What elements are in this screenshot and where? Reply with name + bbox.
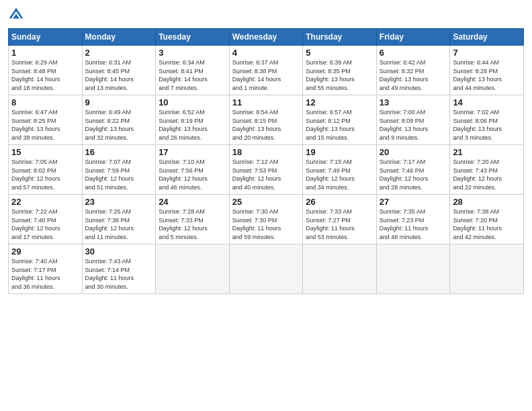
day-number: 26 [306,197,373,207]
calendar-day: 10Sunrise: 6:52 AM Sunset: 8:19 PM Dayli… [156,95,230,145]
day-info: Sunrise: 7:35 AM Sunset: 7:23 PM Dayligh… [380,208,447,241]
day-number: 16 [85,147,153,157]
day-number: 27 [380,197,447,207]
day-info: Sunrise: 6:34 AM Sunset: 8:41 PM Dayligh… [159,58,226,92]
calendar-day: 8Sunrise: 6:47 AM Sunset: 8:25 PM Daylig… [9,95,83,145]
day-number: 14 [453,97,521,107]
day-info: Sunrise: 7:25 AM Sunset: 7:36 PM Dayligh… [85,208,153,241]
day-info: Sunrise: 6:54 AM Sunset: 8:15 PM Dayligh… [232,108,300,142]
day-info: Sunrise: 6:52 AM Sunset: 8:19 PM Dayligh… [159,108,226,142]
day-info: Sunrise: 7:07 AM Sunset: 7:59 PM Dayligh… [85,158,153,191]
day-info: Sunrise: 7:00 AM Sunset: 8:09 PM Dayligh… [380,108,447,142]
day-number: 4 [232,48,300,58]
day-number: 18 [232,147,300,157]
day-info: Sunrise: 7:17 AM Sunset: 7:46 PM Dayligh… [380,158,447,191]
calendar-day: 13Sunrise: 7:00 AM Sunset: 8:09 PM Dayli… [376,95,450,145]
calendar-week-3: 15Sunrise: 7:05 AM Sunset: 8:02 PM Dayli… [9,145,524,195]
calendar-day [450,244,524,294]
calendar-day [376,244,450,294]
day-number: 8 [11,97,79,107]
day-info: Sunrise: 7:02 AM Sunset: 8:06 PM Dayligh… [453,108,521,142]
calendar-header-row: SundayMondayTuesdayWednesdayThursdayFrid… [9,29,524,46]
calendar-day: 2Sunrise: 6:31 AM Sunset: 8:45 PM Daylig… [82,46,156,95]
day-header-tuesday: Tuesday [156,29,230,46]
day-header-monday: Monday [82,29,156,46]
calendar-day: 9Sunrise: 6:49 AM Sunset: 8:22 PM Daylig… [82,95,156,145]
day-header-friday: Friday [376,29,450,46]
calendar-week-5: 29Sunrise: 7:40 AM Sunset: 7:17 PM Dayli… [9,244,524,294]
calendar-body: 1Sunrise: 6:29 AM Sunset: 8:48 PM Daylig… [9,46,524,294]
calendar-day: 12Sunrise: 6:57 AM Sunset: 8:12 PM Dayli… [303,95,377,145]
day-header-saturday: Saturday [450,29,524,46]
day-number: 1 [11,48,79,58]
day-info: Sunrise: 7:20 AM Sunset: 7:43 PM Dayligh… [453,158,521,191]
day-header-sunday: Sunday [9,29,83,46]
calendar-day: 7Sunrise: 6:44 AM Sunset: 8:28 PM Daylig… [450,46,524,95]
day-number: 22 [11,197,79,207]
day-number: 7 [453,48,521,58]
calendar-day: 14Sunrise: 7:02 AM Sunset: 8:06 PM Dayli… [450,95,524,145]
calendar-week-1: 1Sunrise: 6:29 AM Sunset: 8:48 PM Daylig… [9,46,524,95]
calendar-day: 26Sunrise: 7:33 AM Sunset: 7:27 PM Dayli… [303,195,377,244]
calendar-day: 11Sunrise: 6:54 AM Sunset: 8:15 PM Dayli… [229,95,303,145]
day-number: 17 [159,147,226,157]
calendar-day: 19Sunrise: 7:15 AM Sunset: 7:49 PM Dayli… [303,145,377,195]
calendar-day: 28Sunrise: 7:38 AM Sunset: 7:20 PM Dayli… [450,195,524,244]
calendar-day [303,244,377,294]
calendar-day: 25Sunrise: 7:30 AM Sunset: 7:30 PM Dayli… [229,195,303,244]
day-info: Sunrise: 7:40 AM Sunset: 7:17 PM Dayligh… [11,257,79,291]
day-number: 28 [453,197,521,207]
calendar-day: 24Sunrise: 7:28 AM Sunset: 7:33 PM Dayli… [156,195,230,244]
day-info: Sunrise: 6:47 AM Sunset: 8:25 PM Dayligh… [11,108,79,142]
day-info: Sunrise: 7:33 AM Sunset: 7:27 PM Dayligh… [306,208,373,241]
calendar-day: 6Sunrise: 6:42 AM Sunset: 8:32 PM Daylig… [376,46,450,95]
day-number: 30 [85,246,153,257]
calendar-day: 30Sunrise: 7:43 AM Sunset: 7:14 PM Dayli… [82,244,156,294]
calendar-day: 17Sunrise: 7:10 AM Sunset: 7:56 PM Dayli… [156,145,230,195]
day-info: Sunrise: 7:12 AM Sunset: 7:53 PM Dayligh… [232,158,300,191]
logo [8,7,27,23]
day-number: 5 [306,48,373,58]
calendar-day: 4Sunrise: 6:37 AM Sunset: 8:38 PM Daylig… [229,46,303,95]
calendar-day: 15Sunrise: 7:05 AM Sunset: 8:02 PM Dayli… [9,145,83,195]
calendar-day [156,244,230,294]
day-header-wednesday: Wednesday [229,29,303,46]
day-number: 25 [232,197,300,207]
calendar-day: 5Sunrise: 6:39 AM Sunset: 8:35 PM Daylig… [303,46,377,95]
day-number: 10 [159,97,226,107]
day-number: 3 [159,48,226,58]
day-info: Sunrise: 7:05 AM Sunset: 8:02 PM Dayligh… [11,158,79,191]
calendar-table: SundayMondayTuesdayWednesdayThursdayFrid… [8,28,524,294]
calendar-day: 20Sunrise: 7:17 AM Sunset: 7:46 PM Dayli… [376,145,450,195]
calendar-week-2: 8Sunrise: 6:47 AM Sunset: 8:25 PM Daylig… [9,95,524,145]
calendar-week-4: 22Sunrise: 7:22 AM Sunset: 7:40 PM Dayli… [9,195,524,244]
calendar-day: 27Sunrise: 7:35 AM Sunset: 7:23 PM Dayli… [376,195,450,244]
day-info: Sunrise: 6:44 AM Sunset: 8:28 PM Dayligh… [453,58,521,92]
day-number: 24 [159,197,226,207]
day-number: 20 [380,147,447,157]
day-number: 2 [85,48,153,58]
day-info: Sunrise: 6:39 AM Sunset: 8:35 PM Dayligh… [306,58,373,92]
day-info: Sunrise: 6:31 AM Sunset: 8:45 PM Dayligh… [85,58,153,92]
day-info: Sunrise: 7:15 AM Sunset: 7:49 PM Dayligh… [306,158,373,191]
day-number: 15 [11,147,79,157]
header [8,7,524,23]
calendar-day: 21Sunrise: 7:20 AM Sunset: 7:43 PM Dayli… [450,145,524,195]
day-info: Sunrise: 7:30 AM Sunset: 7:30 PM Dayligh… [232,208,300,241]
day-number: 13 [380,97,447,107]
day-info: Sunrise: 6:49 AM Sunset: 8:22 PM Dayligh… [85,108,153,142]
day-info: Sunrise: 6:57 AM Sunset: 8:12 PM Dayligh… [306,108,373,142]
day-header-thursday: Thursday [303,29,377,46]
day-info: Sunrise: 6:29 AM Sunset: 8:48 PM Dayligh… [11,58,79,92]
day-number: 19 [306,147,373,157]
calendar-day: 29Sunrise: 7:40 AM Sunset: 7:17 PM Dayli… [9,244,83,294]
day-info: Sunrise: 7:43 AM Sunset: 7:14 PM Dayligh… [85,257,153,291]
day-number: 11 [232,97,300,107]
calendar-day: 22Sunrise: 7:22 AM Sunset: 7:40 PM Dayli… [9,195,83,244]
day-info: Sunrise: 7:38 AM Sunset: 7:20 PM Dayligh… [453,208,521,241]
day-number: 9 [85,97,153,107]
day-number: 21 [453,147,521,157]
day-number: 6 [380,48,447,58]
day-number: 29 [11,246,79,257]
calendar-container: SundayMondayTuesdayWednesdayThursdayFrid… [0,0,532,300]
